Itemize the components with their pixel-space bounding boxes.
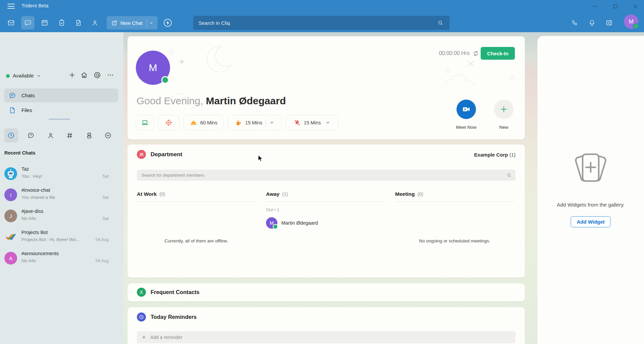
sidebar-resize-handle[interactable] — [49, 119, 70, 120]
chat-list-item[interactable]: I #invoice-chat You shared a file Sat — [0, 185, 123, 206]
add-widget-button[interactable]: Add Widget — [571, 216, 610, 227]
cloud-decoration — [443, 70, 510, 87]
new-chat-label: New Chat — [120, 20, 143, 26]
department-title: Department — [151, 151, 182, 158]
new-chat-divider — [147, 19, 147, 27]
organization-label[interactable]: Example Corp (1) — [474, 152, 516, 158]
widgets-panel: Add Widgets from the gallery. Add Widget — [537, 36, 644, 344]
greeting-user-name: Martin Ødegaard — [206, 95, 286, 106]
chat-time: 04 Aug — [96, 237, 109, 242]
user-avatar[interactable]: M — [624, 14, 638, 29]
chat-icon[interactable] — [24, 19, 32, 26]
work-from-device-button[interactable] — [136, 115, 154, 130]
widget-gallery-icon — [569, 150, 612, 189]
hamburger-menu-icon[interactable] — [7, 4, 15, 9]
chat-name: Projects Bot — [21, 230, 48, 235]
chat-preview: No Info — [21, 258, 97, 263]
chat-list-item[interactable]: Taz You : Hey! Sat — [0, 164, 123, 185]
filter-chats-icon[interactable] — [27, 132, 35, 139]
dnd-label: 15 Mins — [304, 120, 321, 125]
window-minimize-button[interactable] — [590, 3, 600, 10]
new-chat-button[interactable]: New Chat — [107, 16, 158, 30]
food-cloche-icon — [190, 119, 197, 126]
dnd-button[interactable]: 15 Mins — [285, 115, 338, 130]
filter-contacts-icon[interactable] — [47, 132, 54, 139]
notifications-bell-icon[interactable] — [588, 19, 596, 26]
window-maximize-button[interactable] — [610, 3, 621, 10]
sidebar-item-chats[interactable]: Chats — [4, 89, 118, 102]
chats-bubble-icon — [9, 92, 16, 99]
widget-gallery-message: Add Widgets from the gallery. — [537, 202, 644, 208]
chevron-down-icon[interactable] — [269, 120, 274, 125]
check-in-button[interactable]: Check-In — [481, 47, 515, 60]
department-search-bar[interactable] — [137, 170, 516, 181]
chat-name: #announcements — [21, 251, 59, 256]
user-avatar-letter: M — [629, 18, 633, 25]
greeting-text: Good Evening, Martin Ødegaard — [137, 95, 286, 107]
sidebar-item-files[interactable]: Files — [4, 103, 118, 117]
home-header-card: M Good Evening, Martin Ødegaard 60 Mins … — [127, 36, 525, 139]
plus-icon: + — [142, 334, 146, 341]
add-reminder-field[interactable]: + — [137, 331, 516, 343]
chat-time: Sat — [102, 195, 109, 200]
plus-decoration — [178, 58, 185, 65]
location-checkin-button[interactable] — [158, 115, 179, 130]
add-reminder-input[interactable] — [150, 334, 516, 340]
add-icon[interactable] — [68, 71, 76, 79]
home-icon[interactable] — [80, 71, 88, 79]
phone-icon[interactable] — [571, 19, 579, 26]
calendar-icon[interactable] — [41, 19, 48, 26]
contacts-icon[interactable] — [91, 19, 99, 26]
mentions-at-icon[interactable] — [94, 71, 101, 79]
status-selector[interactable]: Available — [6, 73, 41, 79]
bell-slash-icon — [293, 119, 301, 126]
video-camera-icon — [462, 105, 471, 114]
away-group-label: Out • 1 — [266, 207, 279, 212]
tasks-icon[interactable] — [58, 19, 65, 26]
filter-recent-clock-icon[interactable] — [7, 132, 15, 139]
moon-decoration — [201, 45, 234, 75]
available-status-dot — [6, 74, 10, 78]
new-action-button[interactable] — [494, 100, 514, 119]
filter-channels-hash-icon[interactable] — [66, 132, 73, 139]
right-panel-toggle-icon[interactable] — [605, 19, 613, 26]
meet-now-button[interactable] — [457, 100, 476, 119]
global-search-input[interactable] — [193, 20, 437, 26]
mail-icon[interactable] — [7, 19, 15, 26]
sidebar-item-label: Chats — [21, 93, 35, 98]
profile-avatar-letter: M — [149, 62, 157, 73]
channel-avatar: J — [4, 210, 17, 222]
member-row[interactable]: M Martin Ødegaard — [266, 217, 318, 229]
sidebar: Available Chats Files — [0, 32, 123, 344]
chat-name: #jave-diss — [21, 209, 43, 214]
refresh-timer-icon[interactable] — [473, 50, 479, 57]
quick-actions-bolt-icon[interactable] — [163, 18, 172, 27]
documents-icon[interactable] — [75, 19, 82, 26]
today-reminders-title: Today Reminders — [151, 314, 197, 320]
filter-bots-icon[interactable] — [86, 132, 93, 139]
chat-list-item[interactable]: J #jave-diss No Info Sat — [0, 206, 123, 227]
chevron-down-icon[interactable] — [325, 120, 330, 125]
top-bar: Trident Beta New Chat — [0, 0, 644, 32]
chat-preview: You shared a file — [21, 195, 97, 200]
tea-break-button[interactable]: 15 Mins — [228, 115, 281, 130]
column-meeting: Meeting(0) — [395, 191, 514, 202]
lunch-break-button[interactable]: 60 Mins — [183, 115, 224, 130]
profile-status-dot — [161, 76, 169, 84]
window-close-button[interactable] — [631, 3, 641, 10]
more-options-icon[interactable] — [107, 71, 114, 79]
laptop-icon — [141, 119, 149, 126]
user-status-dot — [633, 23, 639, 29]
filter-more-chevron-icon[interactable] — [104, 132, 112, 139]
chat-list-item[interactable]: A #announcements No Info 04 Aug — [0, 248, 123, 269]
frequent-contacts-card[interactable]: Frequent Contacts — [127, 283, 525, 301]
recent-chats-title: Recent Chats — [4, 150, 36, 156]
department-search-input[interactable] — [137, 173, 506, 178]
new-chat-icon — [111, 20, 117, 26]
new-chat-dropdown-chevron-icon[interactable] — [149, 20, 154, 25]
channel-avatar: A — [4, 252, 17, 265]
plus-icon — [500, 105, 508, 113]
profile-avatar[interactable]: M — [136, 51, 170, 85]
global-search-bar[interactable] — [193, 16, 449, 30]
chat-list-item[interactable]: Projects Bot Projects Bot : Hi, there! W… — [0, 227, 123, 248]
